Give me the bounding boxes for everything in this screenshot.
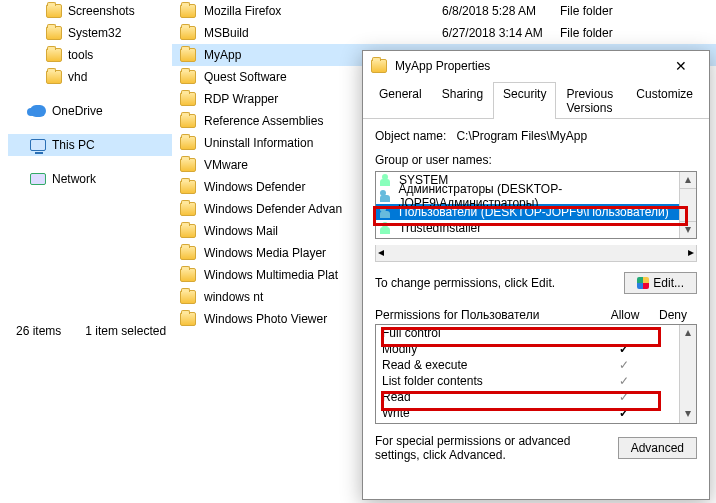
folder-icon [180,202,196,216]
allow-check: ✓ [600,342,648,356]
advanced-hint: For special permissions or advanced sett… [375,434,610,462]
status-selected: 1 item selected [85,324,166,338]
folder-icon [46,48,62,62]
nav-label: This PC [52,138,95,152]
permission-name: Full control [382,326,600,340]
permission-row[interactable]: Full control [376,325,696,341]
status-count: 26 items [16,324,61,338]
group-item[interactable]: Администраторы (DESKTOP-JOPF9\Администра… [376,188,696,204]
scroll-down-icon[interactable]: ▾ [680,406,696,423]
permissions-listbox[interactable]: Full controlModify✓Read & execute✓List f… [375,324,697,424]
dialog-title: MyApp Properties [395,59,653,73]
nav-label: OneDrive [52,104,103,118]
folder-icon [180,268,196,282]
group-listbox[interactable]: SYSTEMАдминистраторы (DESKTOP-JOPF9\Адми… [375,171,697,239]
tab-security[interactable]: Security [493,82,556,119]
user-icon [380,222,394,234]
edit-hint: To change permissions, click Edit. [375,276,555,290]
permission-name: Read & execute [382,358,600,372]
permissions-label: Permissions for Пользователи [375,308,601,322]
folder-icon [180,48,196,62]
edit-button[interactable]: Edit... [624,272,697,294]
permission-name: List folder contents [382,374,600,388]
folder-icon [180,4,196,18]
shield-icon [637,277,649,289]
scrollbar[interactable]: ▴ ▾ [679,325,696,423]
nav-item[interactable]: Network [8,168,172,190]
folder-icon [180,180,196,194]
folder-icon [180,70,196,84]
file-type: File folder [560,4,640,18]
folder-icon [180,290,196,304]
file-type: File folder [560,26,640,40]
group-label: Пользователи (DESKTOP-JOPF9\Пользователи… [399,205,669,219]
nav-item[interactable]: This PC [8,134,172,156]
nav-item[interactable]: vhd [8,66,172,88]
scroll-down-icon[interactable]: ▾ [680,221,696,238]
tab-customize[interactable]: Customize [626,82,703,119]
folder-icon [180,312,196,326]
file-name: Mozilla Firefox [204,4,434,18]
nav-item[interactable]: OneDrive [8,100,172,122]
tab-general[interactable]: General [369,82,432,119]
network-icon [30,173,46,185]
h-scrollbar[interactable]: ◂▸ [375,245,697,262]
permission-row[interactable]: Write✓ [376,405,696,421]
permission-name: Read [382,390,600,404]
deny-header: Deny [649,308,697,322]
scroll-up-icon[interactable]: ▴ [680,172,696,189]
permission-name: Modify [382,342,600,356]
nav-label: System32 [68,26,121,40]
advanced-button[interactable]: Advanced [618,437,697,459]
tab-previous-versions[interactable]: Previous Versions [556,82,626,119]
nav-label: Network [52,172,96,186]
folder-icon [46,4,62,18]
scroll-up-icon[interactable]: ▴ [680,325,696,342]
allow-header: Allow [601,308,649,322]
nav-label: Screenshots [68,4,135,18]
permission-row[interactable]: Read & execute✓ [376,357,696,373]
allow-check: ✓ [600,358,648,372]
file-row[interactable]: MSBuild6/27/2018 3:14 AMFile folder [172,22,716,44]
allow-check: ✓ [600,390,648,404]
titlebar: MyApp Properties ✕ [363,51,709,81]
pc-icon [30,139,46,151]
nav-item[interactable]: tools [8,44,172,66]
group-item[interactable]: Пользователи (DESKTOP-JOPF9\Пользователи… [376,204,696,220]
folder-icon [180,136,196,150]
folder-icon [46,26,62,40]
file-name: MSBuild [204,26,434,40]
close-button[interactable]: ✕ [661,52,701,80]
allow-check: ✓ [600,374,648,388]
folder-icon [371,59,387,73]
folder-icon [180,26,196,40]
nav-item[interactable]: System32 [8,22,172,44]
folder-icon [180,114,196,128]
group-label: TrustedInstaller [399,221,481,235]
group-label: Group or user names: [375,153,697,167]
permission-row[interactable]: Read✓ [376,389,696,405]
status-bar: 26 items 1 item selected [0,320,182,342]
nav-label: vhd [68,70,87,84]
folder-icon [180,246,196,260]
object-name-label: Object name: [375,129,446,143]
user-icon [380,174,394,186]
permission-row[interactable]: List folder contents✓ [376,373,696,389]
user-icon [380,190,394,202]
file-row[interactable]: Mozilla Firefox6/8/2018 5:28 AMFile fold… [172,0,716,22]
scrollbar[interactable]: ▴ ▾ [679,172,696,238]
nav-pane: ScreenshotsSystem32toolsvhdOneDriveThis … [0,0,172,340]
folder-icon [180,224,196,238]
onedrive-icon [30,105,46,117]
permission-row[interactable]: Modify✓ [376,341,696,357]
group-item[interactable]: TrustedInstaller [376,220,696,236]
file-date: 6/27/2018 3:14 AM [442,26,552,40]
object-name-value: C:\Program Files\MyApp [456,129,587,143]
properties-dialog: MyApp Properties ✕ GeneralSharingSecurit… [362,50,710,500]
nav-item[interactable]: Screenshots [8,0,172,22]
tab-sharing[interactable]: Sharing [432,82,493,119]
folder-icon [46,70,62,84]
nav-label: tools [68,48,93,62]
permission-name: Write [382,406,600,420]
user-icon [380,206,394,218]
